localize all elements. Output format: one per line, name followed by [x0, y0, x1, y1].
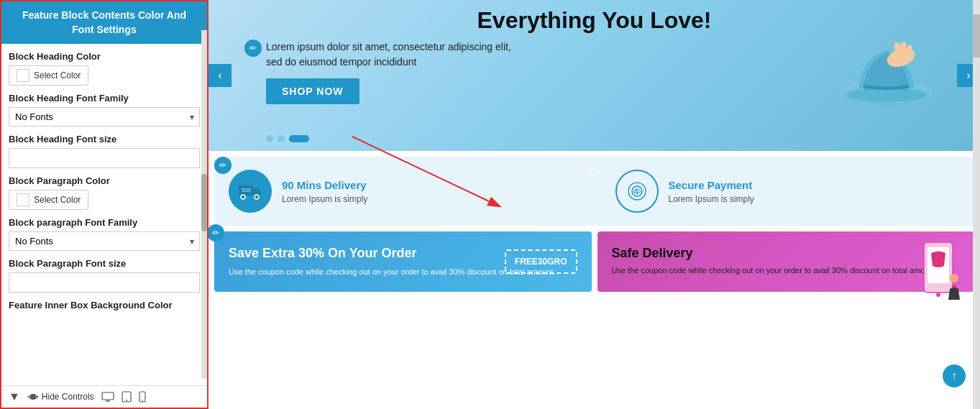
promo-pink-block: Safe Delivery Use the coupon code while …	[597, 231, 975, 292]
hero-text-line1: Lorem ipsum dolor sit amet, consectetur …	[266, 40, 511, 55]
feature-icon-circle-2: $	[615, 170, 659, 213]
block-paragraph-font-family-label: Block paragraph Font Family	[9, 217, 200, 228]
hide-controls-button[interactable]: Hide Controls	[27, 391, 94, 403]
svg-rect-17	[239, 185, 253, 196]
hero-dots	[266, 135, 309, 142]
svg-point-19	[255, 195, 259, 199]
feature-text-2: Secure Payment Lorem Ipsum is simply	[669, 179, 754, 204]
scroll-to-top-button[interactable]: ↑	[943, 364, 966, 387]
desktop-icon	[101, 392, 114, 402]
svg-point-7	[142, 400, 143, 401]
block-paragraph-color-group: Block Paragraph Color Select Color	[9, 175, 200, 210]
feature-inner-box-bg-color-group: Feature Inner Box Background Color	[9, 300, 200, 311]
panel-title: Feature Block Contents Color And Font Se…	[22, 9, 186, 35]
right-scrollbar[interactable]	[973, 0, 980, 409]
select-color-label: Select Color	[34, 70, 81, 81]
block-paragraph-font-size-group: Block Paragraph Font size	[9, 258, 200, 293]
block-heading-font-family-wrapper: No Fonts	[9, 107, 200, 127]
shop-now-button[interactable]: SHOP NOW	[266, 78, 360, 104]
promo-pink-title: Safe Delivery	[612, 246, 961, 261]
feature-icon-circle-1	[229, 170, 272, 213]
block-heading-font-family-label: Block Heading Font Family	[9, 93, 200, 104]
block-heading-color-label: Block Heading Color	[9, 51, 200, 62]
block-heading-color-button[interactable]: Select Color	[9, 65, 88, 86]
block-heading-font-size-label: Block Heading Font size	[9, 134, 200, 144]
tablet-view-button[interactable]	[122, 391, 132, 403]
select-color-label-2: Select Color	[34, 195, 81, 205]
promo-blue-block: ✏ Save Extra 30% On Your Order Use the c…	[214, 231, 592, 292]
hero-edit-pencil[interactable]: ✏	[244, 40, 262, 57]
hide-controls-label: Hide Controls	[42, 392, 94, 402]
preview-area: ‹ ✏ Lorem ipsum dolor sit amet, consecte…	[209, 0, 980, 409]
hero-nav-left-button[interactable]: ‹	[209, 64, 232, 87]
svg-point-5	[126, 400, 127, 401]
svg-point-30	[950, 274, 958, 282]
promo-blue-edit-pencil[interactable]: ✏	[209, 224, 224, 242]
scroll-track[interactable]	[201, 30, 207, 379]
color-swatch	[17, 69, 29, 82]
block-heading-font-size-group: Block Heading Font size	[9, 134, 200, 168]
block-paragraph-font-size-label: Block Paragraph Font size	[9, 258, 200, 269]
feature-item-1: 90 Mins Delivery Lorem Ipsum is simply	[229, 170, 584, 213]
feature-item-2: ✏ $ Secure Payment Lorem Ipsum is simply	[605, 170, 961, 213]
svg-point-27	[936, 293, 940, 297]
feature-desc-1: Lorem Ipsum is simply	[282, 194, 367, 204]
block-paragraph-font-family-wrapper: No Fonts	[9, 231, 200, 251]
payment-icon: $	[625, 179, 649, 203]
hat-image	[836, 22, 937, 144]
feature-section: ✏ 90 Mins Delivery Lorem Ipsum is simply	[214, 157, 974, 226]
promo-pink-desc: Use the coupon code while checking out o…	[612, 265, 961, 276]
block-heading-font-size-input[interactable]	[9, 148, 200, 168]
panel-body: Block Heading Color Select Color Block H…	[1, 44, 207, 385]
block-heading-color-group: Block Heading Color Select Color	[9, 51, 200, 86]
feature-text-1: 90 Mins Delivery Lorem Ipsum is simply	[282, 179, 367, 204]
dot-3-active	[289, 135, 309, 142]
block-paragraph-font-family-select[interactable]: No Fonts	[9, 231, 200, 251]
promo-illustration	[910, 239, 967, 303]
feature-inner-box-bg-color-label: Feature Inner Box Background Color	[9, 300, 200, 311]
paragraph-color-swatch	[17, 193, 29, 206]
scrollbar-thumb	[973, 14, 980, 58]
desktop-view-button[interactable]	[101, 392, 114, 402]
block-heading-font-family-select[interactable]: No Fonts	[9, 107, 200, 127]
svg-rect-1	[102, 392, 114, 400]
block-paragraph-font-family-group: Block paragraph Font Family No Fonts	[9, 217, 200, 251]
feature-title-2: Secure Payment	[669, 179, 754, 191]
block-heading-font-family-group: Block Heading Font Family No Fonts	[9, 93, 200, 127]
hero-section: ‹ ✏ Lorem ipsum dolor sit amet, consecte…	[209, 0, 980, 151]
tablet-icon	[122, 391, 132, 403]
scroll-thumb	[201, 174, 207, 231]
svg-point-18	[241, 195, 245, 199]
feature-desc-2: Lorem Ipsum is simply	[669, 194, 754, 204]
hero-text-area: ✏ Lorem ipsum dolor sit amet, consectetu…	[266, 40, 511, 104]
block-paragraph-color-button[interactable]: Select Color	[9, 190, 88, 210]
down-arrow-icon[interactable]: ▼	[9, 390, 20, 403]
mobile-view-button[interactable]	[139, 391, 146, 403]
settings-panel: Feature Block Contents Color And Font Se…	[0, 0, 209, 409]
feature-edit-pencil[interactable]: ✏	[214, 157, 232, 174]
eye-icon	[27, 391, 39, 403]
svg-text:$: $	[635, 188, 638, 195]
hero-text-line2: sed do eiusmod tempor incididunt	[266, 55, 511, 70]
block-paragraph-color-label: Block Paragraph Color	[9, 175, 200, 186]
mobile-icon	[139, 391, 146, 403]
dot-1	[266, 135, 273, 142]
block-paragraph-font-size-input[interactable]	[9, 272, 200, 293]
dot-2	[278, 135, 285, 142]
promo-coupon: FREE30GRO	[505, 249, 577, 274]
promo-section: ✏ Save Extra 30% On Your Order Use the c…	[209, 231, 980, 298]
panel-header: Feature Block Contents Color And Font Se…	[1, 1, 207, 44]
truck-icon	[238, 181, 262, 201]
feature-title-1: 90 Mins Delivery	[282, 179, 367, 191]
panel-footer: ▼ Hide Controls	[1, 385, 207, 408]
